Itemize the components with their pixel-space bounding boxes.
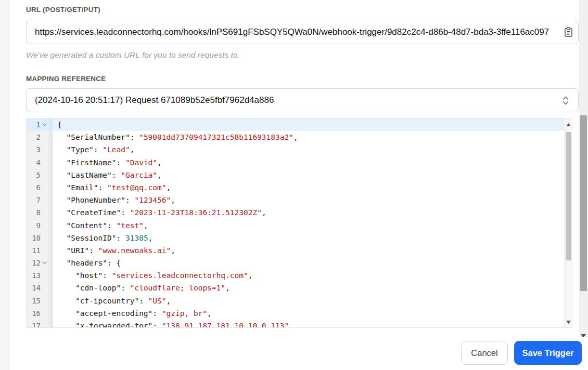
code-line-content[interactable]: "cdn-loop": "cloudflare; loops=1",: [53, 282, 230, 294]
line-number: 6: [36, 181, 41, 194]
page-scrollbar[interactable]: [579, 0, 588, 338]
code-line-content[interactable]: "Email": "test@qq.com",: [53, 181, 171, 194]
chevron-down-icon[interactable]: [41, 123, 48, 126]
code-line-content[interactable]: "CreateTime": "2023-11-23T18:36:21.51230…: [53, 206, 266, 219]
gutter-divider: [49, 269, 53, 282]
gutter-divider: [49, 181, 53, 194]
line-number: 12: [32, 257, 41, 269]
line-number: 9: [36, 219, 41, 232]
editor-line[interactable]: 9 "Content": "test",: [27, 219, 564, 232]
code-line-content[interactable]: "FirstName": "David",: [53, 156, 162, 169]
editor-gutter-cell: 9: [27, 219, 49, 232]
gutter-divider: [49, 257, 53, 269]
triangle-up-icon[interactable]: [565, 121, 572, 129]
cancel-button[interactable]: Cancel: [461, 341, 508, 365]
gutter-divider: [49, 194, 53, 206]
code-line-content[interactable]: "SessionID": 31305,: [53, 232, 152, 244]
code-editor[interactable]: 1{2 "SerialNumber": "59001dd73709417321c…: [26, 118, 572, 328]
url-field-wrap: [26, 20, 579, 44]
code-editor-rows[interactable]: 1{2 "SerialNumber": "59001dd73709417321c…: [27, 118, 564, 327]
chevron-down-icon[interactable]: [41, 261, 48, 265]
editor-gutter-cell: 5: [27, 169, 49, 181]
code-line-content[interactable]: "cf-ipcountry": "US",: [53, 295, 171, 307]
code-line-content[interactable]: "host": "services.leadconnectorhq.com",: [53, 269, 252, 282]
code-line-content[interactable]: "headers": {: [53, 257, 121, 269]
gutter-divider: [49, 118, 53, 131]
line-number: 5: [36, 169, 41, 181]
gutter-divider: [49, 143, 53, 156]
editor-gutter-cell: 3: [27, 143, 49, 156]
editor-gutter-cell: 4: [27, 156, 49, 169]
mapping-selected-option: (2024-10-16 20:51:17) Request 671089b52e…: [35, 95, 274, 105]
gutter-divider: [49, 295, 53, 307]
line-number: 16: [32, 307, 41, 320]
editor-line[interactable]: 1{: [27, 118, 564, 131]
editor-gutter-cell: 6: [27, 181, 49, 194]
editor-line[interactable]: 12 "headers": {: [27, 257, 564, 269]
save-trigger-button[interactable]: Save Trigger: [514, 341, 582, 365]
up-down-chevrons-icon: [563, 96, 569, 108]
page-scrollbar-thumb[interactable]: [580, 115, 587, 291]
gutter-divider: [49, 156, 53, 169]
line-number: 3: [36, 143, 41, 156]
editor-line[interactable]: 17 "x-forwarded-for": "138.91.187.181,10…: [27, 320, 564, 328]
line-number: 14: [32, 282, 41, 294]
gutter-divider: [49, 206, 53, 219]
editor-line[interactable]: 11 "URI": "www.newoaks.ai",: [27, 244, 564, 257]
line-number: 7: [36, 194, 41, 206]
code-line-content[interactable]: "PhoneNumber": "123456",: [53, 194, 175, 206]
code-line-content[interactable]: "Type": "Lead",: [53, 143, 134, 156]
editor-gutter-cell: 13: [27, 269, 49, 282]
url-field-label: URL (POST/GET/PUT): [26, 6, 100, 14]
editor-line[interactable]: 4 "FirstName": "David",: [27, 156, 564, 169]
triangle-down-icon[interactable]: [565, 318, 572, 326]
code-line-content[interactable]: "x-forwarded-for": "138.91.187.181,10.10…: [53, 320, 293, 328]
editor-line[interactable]: 16 "accept-encoding": "gzip, br",: [27, 307, 564, 320]
editor-gutter-cell: 15: [27, 295, 49, 307]
line-number: 2: [36, 131, 41, 143]
footer: Cancel Save Trigger: [9, 337, 588, 370]
editor-scrollbar-thumb[interactable]: [566, 132, 571, 260]
editor-line[interactable]: 15 "cf-ipcountry": "US",: [27, 295, 564, 307]
editor-gutter-cell: 12: [27, 257, 49, 269]
line-number: 10: [32, 232, 41, 244]
line-number: 17: [32, 320, 41, 328]
mapping-reference-select[interactable]: (2024-10-16 20:51:17) Request 671089b52e…: [26, 88, 579, 112]
gutter-divider: [49, 282, 53, 294]
code-line-content[interactable]: "accept-encoding": "gzip, br",: [53, 307, 212, 320]
clipboard-icon[interactable]: [565, 27, 572, 37]
code-line-content[interactable]: "LastName": "Garcia",: [53, 169, 162, 181]
editor-gutter-cell: 17: [27, 320, 49, 328]
code-line-content[interactable]: "SerialNumber": "59001dd73709417321c58b1…: [53, 131, 298, 143]
webhook-url-input[interactable]: [26, 20, 579, 44]
editor-line[interactable]: 2 "SerialNumber": "59001dd73709417321c58…: [27, 131, 564, 143]
editor-line[interactable]: 8 "CreateTime": "2023-11-23T18:36:21.512…: [27, 206, 564, 219]
code-line-content[interactable]: "Content": "test",: [53, 219, 148, 232]
gutter-divider: [49, 307, 53, 320]
code-line-content[interactable]: "URI": "www.newoaks.ai",: [53, 244, 175, 257]
editor-gutter-cell: 14: [27, 282, 49, 294]
editor-line[interactable]: 14 "cdn-loop": "cloudflare; loops=1",: [27, 282, 564, 294]
gutter-divider: [49, 320, 53, 328]
code-line-content[interactable]: {: [53, 118, 62, 131]
editor-gutter-cell: 8: [27, 206, 49, 219]
gutter-divider: [49, 244, 53, 257]
editor-gutter-cell: 16: [27, 307, 49, 320]
line-number: 15: [32, 295, 41, 307]
line-number: 11: [32, 244, 41, 257]
url-helper-text: We've generated a custom URL for you to …: [26, 50, 240, 60]
editor-line[interactable]: 7 "PhoneNumber": "123456",: [27, 194, 564, 206]
gutter-divider: [49, 169, 53, 181]
editor-line[interactable]: 6 "Email": "test@qq.com",: [27, 181, 564, 194]
editor-scrollbar[interactable]: [564, 118, 572, 327]
line-number: 8: [36, 206, 41, 219]
gutter-divider: [49, 131, 53, 143]
editor-line[interactable]: 3 "Type": "Lead",: [27, 143, 564, 156]
line-number: 13: [32, 269, 41, 282]
editor-gutter-cell: 7: [27, 194, 49, 206]
editor-line[interactable]: 10 "SessionID": 31305,: [27, 232, 564, 244]
editor-gutter-cell: 1: [27, 118, 49, 131]
editor-line[interactable]: 13 "host": "services.leadconnectorhq.com…: [27, 269, 564, 282]
editor-line[interactable]: 5 "LastName": "Garcia",: [27, 169, 564, 181]
workflow-canvas-strip: [0, 0, 9, 370]
